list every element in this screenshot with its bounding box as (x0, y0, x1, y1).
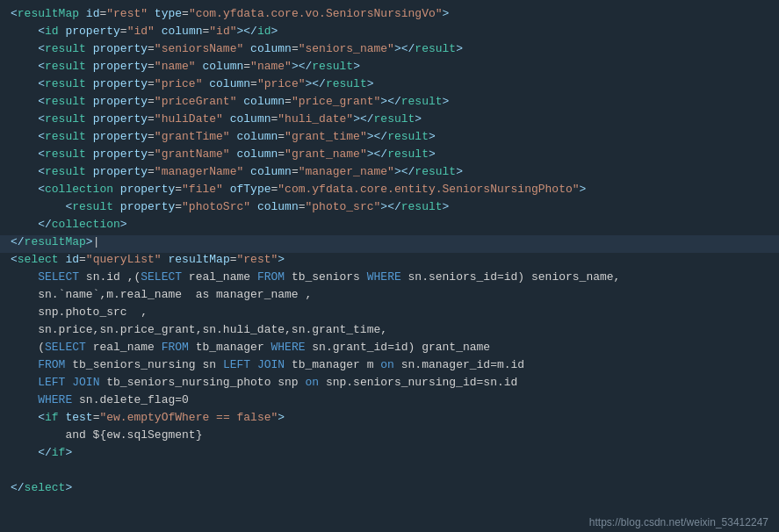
code-line: FROM tb_seniors_nursing sn LEFT JOIN tb_… (0, 358, 779, 376)
code-line: <result property="huliDate" column="huli… (0, 112, 779, 130)
code-line: <result property="seniorsName" column="s… (0, 42, 779, 60)
code-line: snp.photo_src , (0, 306, 779, 323)
code-line: <result property="price" column="price">… (0, 77, 779, 95)
code-line: <result property="photoSrc" column="phot… (0, 200, 779, 218)
code-line: sn.`name`,m.real_name as manager_name , (0, 288, 779, 306)
code-line: <collection property="file" ofType="com.… (0, 183, 779, 200)
code-line: <if test="ew.emptyOfWhere == false"> (0, 411, 779, 428)
code-line: SELECT sn.id ,(SELECT real_name FROM tb_… (0, 270, 779, 288)
code-line: <result property="grantTime" column="gra… (0, 130, 779, 147)
code-line: and ${ew.sqlSegment} (0, 428, 779, 446)
code-line: (SELECT real_name FROM tb_manager WHERE … (0, 341, 779, 358)
code-line: sn.price,sn.price_grant,sn.huli_date,sn.… (0, 323, 779, 341)
code-line: </select> (0, 481, 779, 499)
code-line: </if> (0, 446, 779, 464)
code-line: <select id="queryList" resultMap="rest"> (0, 253, 779, 270)
watermark: https://blog.csdn.net/weixin_53412247 (579, 513, 779, 532)
code-editor: <resultMap id="rest" type="com.yfdata.co… (0, 0, 779, 532)
code-line: </collection> (0, 218, 779, 235)
code-line: WHERE sn.delete_flag=0 (0, 393, 779, 411)
code-line: </resultMap>| (0, 235, 779, 253)
code-line: <resultMap id="rest" type="com.yfdata.co… (0, 7, 779, 25)
code-line: LEFT JOIN tb_seniors_nursing_photo snp o… (0, 376, 779, 393)
code-line: <result property="name" column="name"></… (0, 60, 779, 77)
code-line: <id property="id" column="id"></id> (0, 25, 779, 42)
code-line: <result property="managerName" column="m… (0, 165, 779, 183)
watermark-text: https://blog.csdn.net/weixin_53412247 (589, 516, 768, 528)
code-line (0, 464, 779, 481)
code-line: <result property="grantName" column="gra… (0, 147, 779, 165)
code-line: <result property="priceGrant" column="pr… (0, 95, 779, 112)
